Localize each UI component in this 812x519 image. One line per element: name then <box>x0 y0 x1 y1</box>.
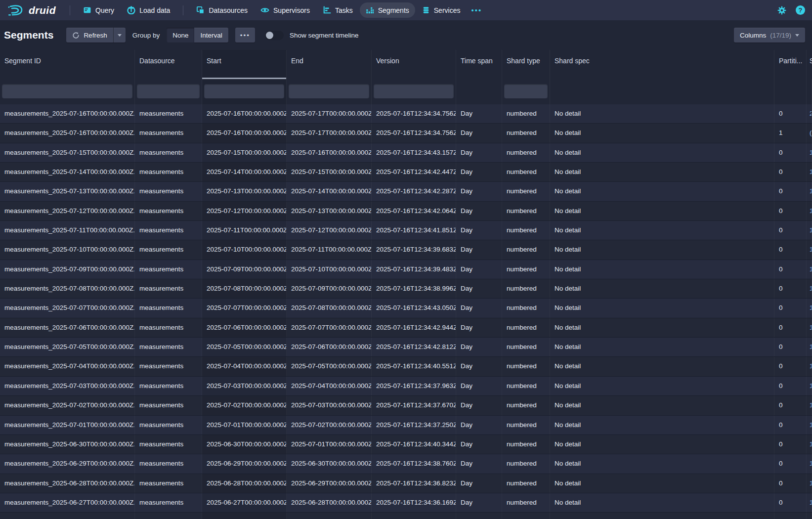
cell-version[interactable]: 2025-07-16T12:34:34.756Z <box>372 104 456 123</box>
cell-time_span[interactable]: Day <box>456 163 502 181</box>
cell-segment_id[interactable]: measurements_2025-07-13T00:00:00.000Z... <box>0 182 135 201</box>
cell-time_span[interactable]: Day <box>456 240 502 259</box>
cell-datasource[interactable]: measurements <box>135 163 202 181</box>
cell-version[interactable]: 2025-07-16T12:34:42.447Z <box>372 163 456 181</box>
cell-shard_type[interactable]: numbered <box>502 163 550 181</box>
cell-size[interactable]: 1 <box>807 299 812 317</box>
cell-datasource[interactable]: measurements <box>135 318 202 337</box>
filter-input-start[interactable] <box>204 84 284 98</box>
filter-input-version[interactable] <box>374 84 454 98</box>
cell-version[interactable]: 2025-07-16T12:34:42.287Z <box>372 182 456 201</box>
filter-input-datasource[interactable] <box>137 84 200 98</box>
cell-start[interactable]: 2025-06-29T00:00:00.000Z <box>202 454 287 473</box>
cell-segment_id[interactable]: measurements_2025-07-14T00:00:00.000Z... <box>0 163 135 181</box>
cell-size[interactable]: 1 <box>807 357 812 376</box>
cell-time_span[interactable]: Day <box>456 493 502 512</box>
cell-time_span[interactable]: Day <box>456 357 502 376</box>
cell-end[interactable]: 2025-07-07T00:00:00.000Z <box>287 318 372 337</box>
cell-shard_spec[interactable]: No detail <box>550 182 774 201</box>
cell-datasource[interactable]: measurements <box>135 454 202 473</box>
cell-partition[interactable]: 0 <box>774 143 807 162</box>
cell-partition[interactable]: 0 <box>774 396 807 415</box>
druid-logo[interactable]: druid <box>7 4 56 17</box>
cell-start[interactable]: 2025-07-01T00:00:00.000Z <box>202 416 287 434</box>
cell-time_span[interactable]: Day <box>456 416 502 434</box>
columns-button[interactable]: Columns (17/19) <box>734 28 805 43</box>
cell-start[interactable]: 2025-07-13T00:00:00.000Z <box>202 182 287 201</box>
cell-segment_id[interactable]: measurements_2025-07-04T00:00:00.000Z... <box>0 357 135 376</box>
column-header-version[interactable]: Version <box>372 50 456 79</box>
cell-version[interactable]: 2025-07-16T12:34:36.169Z <box>372 493 456 512</box>
cell-version[interactable]: 2025-07-16T12:34:39.683Z <box>372 240 456 259</box>
cell-partition[interactable]: 0 <box>774 279 807 298</box>
cell-datasource[interactable]: measurements <box>135 221 202 240</box>
table-row[interactable]: measurements_2025-07-16T00:00:00.000Z...… <box>0 124 812 143</box>
table-row[interactable]: measurements_2025-07-13T00:00:00.000Z...… <box>0 182 812 201</box>
table-row[interactable]: measurements_2025-07-12T00:00:00.000Z...… <box>0 202 812 221</box>
cell-size[interactable]: ( <box>807 124 812 142</box>
cell-shard_type[interactable]: numbered <box>502 182 550 201</box>
cell-size[interactable]: 1 <box>807 416 812 434</box>
cell-start[interactable]: 2025-07-15T00:00:00.000Z <box>202 143 287 162</box>
cell-shard_type[interactable]: numbered <box>502 377 550 395</box>
group-by-none-button[interactable]: None <box>167 28 194 43</box>
cell-shard_spec[interactable]: No detail <box>550 279 774 298</box>
cell-size[interactable]: 1 <box>807 240 812 259</box>
cell-segment_id[interactable]: measurements_2025-07-08T00:00:00.000Z... <box>0 279 135 298</box>
cell-segment_id[interactable]: measurements_2025-07-05T00:00:00.000Z... <box>0 338 135 356</box>
table-row[interactable]: measurements_2025-06-29T00:00:00.000Z...… <box>0 454 812 474</box>
cell-partition[interactable]: 0 <box>774 474 807 493</box>
group-by-interval-button[interactable]: Interval <box>194 28 228 43</box>
cell-shard_spec[interactable]: No detail <box>550 357 774 376</box>
cell-end[interactable]: 2025-07-14T00:00:00.000Z <box>287 182 372 201</box>
cell-shard_spec[interactable]: No detail <box>550 143 774 162</box>
cell-partition[interactable]: 0 <box>774 357 807 376</box>
cell-time_span[interactable]: Day <box>456 454 502 473</box>
cell-start[interactable]: 2025-07-16T00:00:00.000Z <box>202 124 287 142</box>
cell-time_span[interactable]: Day <box>456 279 502 298</box>
cell-start[interactable]: 2025-07-07T00:00:00.000Z <box>202 299 287 317</box>
table-row[interactable]: measurements_2025-07-03T00:00:00.000Z...… <box>0 377 812 396</box>
cell-shard_type[interactable]: numbered <box>502 299 550 317</box>
cell-segment_id[interactable]: measurements_2025-06-27T00:00:00.000Z... <box>0 493 135 512</box>
table-row[interactable]: measurements_2025-07-05T00:00:00.000Z...… <box>0 338 812 357</box>
cell-version[interactable]: 2025-07-16T12:34:42.064Z <box>372 202 456 220</box>
cell-shard_spec[interactable]: No detail <box>550 377 774 395</box>
column-header-segment_id[interactable]: Segment ID <box>0 50 135 79</box>
cell-start[interactable]: 2025-07-09T00:00:00.000Z <box>202 260 287 279</box>
cell-start[interactable]: 2025-07-08T00:00:00.000Z <box>202 279 287 298</box>
cell-partition[interactable]: 0 <box>774 377 807 395</box>
cell-segment_id[interactable]: measurements_2025-06-30T00:00:00.000Z... <box>0 435 135 454</box>
cell-shard_spec[interactable]: No detail <box>550 435 774 454</box>
nav-more-button[interactable]: ••• <box>467 2 486 18</box>
cell-start[interactable]: 2025-07-06T00:00:00.000Z <box>202 318 287 337</box>
cell-start[interactable]: 2025-07-12T00:00:00.000Z <box>202 202 287 220</box>
cell-end[interactable]: 2025-07-02T00:00:00.000Z <box>287 416 372 434</box>
refresh-interval-dropdown[interactable] <box>113 28 126 43</box>
cell-start[interactable]: 2025-07-02T00:00:00.000Z <box>202 396 287 415</box>
cell-end[interactable]: 2025-07-11T00:00:00.000Z <box>287 240 372 259</box>
table-row[interactable]: measurements_2025-07-07T00:00:00.000Z...… <box>0 299 812 318</box>
cell-datasource[interactable]: measurements <box>135 240 202 259</box>
cell-version[interactable]: 2025-07-16T12:34:43.157Z <box>372 143 456 162</box>
table-row[interactable]: measurements_2025-07-06T00:00:00.000Z...… <box>0 318 812 338</box>
cell-datasource[interactable]: measurements <box>135 182 202 201</box>
cell-time_span[interactable]: Day <box>456 202 502 220</box>
cell-size[interactable]: 1 <box>807 202 812 220</box>
refresh-button[interactable]: Refresh <box>66 28 113 43</box>
cell-end[interactable]: 2025-07-04T00:00:00.000Z <box>287 377 372 395</box>
column-header-partition[interactable]: Partiti... <box>774 50 807 79</box>
cell-shard_type[interactable]: numbered <box>502 143 550 162</box>
cell-time_span[interactable]: Day <box>456 396 502 415</box>
cell-end[interactable]: 2025-07-17T00:00:00.000Z <box>287 124 372 142</box>
cell-start[interactable]: 2025-07-05T00:00:00.000Z <box>202 338 287 356</box>
filter-input-end[interactable] <box>289 84 369 98</box>
cell-version[interactable]: 2025-07-16T12:34:42.812Z <box>372 338 456 356</box>
cell-partition[interactable]: 0 <box>774 513 807 519</box>
cell-partition[interactable]: 0 <box>774 260 807 279</box>
cell-segment_id[interactable]: measurements_2025-07-07T00:00:00.000Z... <box>0 299 135 317</box>
cell-datasource[interactable]: measurements <box>135 377 202 395</box>
cell-segment_id[interactable]: measurements_2025-07-06T00:00:00.000Z... <box>0 318 135 337</box>
table-row[interactable]: measurements_2025-07-04T00:00:00.000Z...… <box>0 357 812 376</box>
cell-end[interactable]: 2025-06-30T00:00:00.000Z <box>287 454 372 473</box>
